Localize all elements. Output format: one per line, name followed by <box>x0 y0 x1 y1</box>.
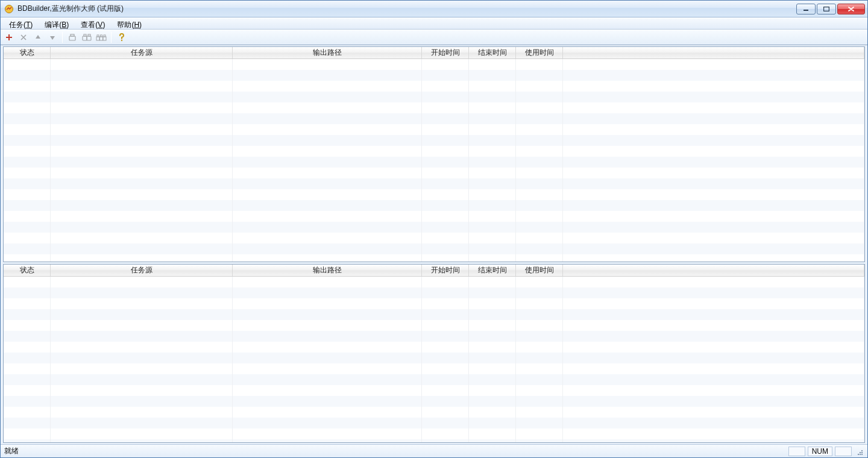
svg-rect-6 <box>87 36 91 40</box>
status-pane-1 <box>788 447 805 456</box>
svg-rect-1 <box>804 10 808 11</box>
build-all-button[interactable] <box>95 31 107 43</box>
build-one-button[interactable] <box>66 31 78 43</box>
table-row <box>4 233 864 243</box>
table-row <box>4 157 864 168</box>
menu-compile[interactable]: 编译(B) <box>39 18 75 29</box>
col-elapsed[interactable]: 使用时间 <box>516 265 563 276</box>
menu-view[interactable]: 查看(V) <box>75 18 111 29</box>
toolbar <box>1 30 867 45</box>
tasks-grid-top: 状态 任务源 输出路径 开始时间 结束时间 使用时间 <box>3 46 865 262</box>
tasks-grid-bottom: 状态 任务源 输出路径 开始时间 结束时间 使用时间 <box>3 264 865 443</box>
svg-rect-21 <box>861 450 863 451</box>
col-spacer <box>563 265 864 276</box>
table-row <box>4 200 864 211</box>
svg-rect-12 <box>97 35 99 37</box>
toolbar-separator <box>111 32 112 43</box>
table-row <box>4 59 864 70</box>
svg-rect-19 <box>858 454 859 455</box>
table-row <box>4 309 864 320</box>
table-row <box>4 418 864 428</box>
table-row <box>4 428 864 439</box>
svg-rect-17 <box>860 454 861 455</box>
table-row <box>4 396 864 407</box>
table-row <box>4 254 864 262</box>
table-row <box>4 277 864 287</box>
table-row <box>4 124 864 135</box>
svg-rect-14 <box>104 35 105 37</box>
table-row <box>4 70 864 81</box>
remove-task-button[interactable] <box>17 31 30 43</box>
table-row <box>4 353 864 363</box>
table-row <box>4 439 864 442</box>
app-icon <box>4 4 14 14</box>
status-pane-3 <box>835 447 852 456</box>
menu-help[interactable]: 帮助(H) <box>111 18 148 29</box>
client-area: 状态 任务源 输出路径 开始时间 结束时间 使用时间 状态 任务源 输出路径 开… <box>1 45 867 444</box>
table-row <box>4 407 864 418</box>
table-row <box>4 385 864 396</box>
close-button[interactable] <box>837 4 865 14</box>
svg-rect-10 <box>100 37 103 40</box>
svg-rect-2 <box>824 7 829 11</box>
table-row <box>4 331 864 342</box>
column-header-row: 状态 任务源 输出路径 开始时间 结束时间 使用时间 <box>4 47 864 59</box>
build-selected-button[interactable] <box>81 31 93 43</box>
about-button[interactable] <box>115 31 127 43</box>
table-row <box>4 211 864 222</box>
table-row <box>4 81 864 92</box>
app-window: BDBuilder,蓝光制作大师 (试用版) 任务(T) 编译(B) 查看(V)… <box>0 0 868 458</box>
move-up-button[interactable] <box>32 31 44 43</box>
col-status[interactable]: 状态 <box>4 265 51 276</box>
col-status[interactable]: 状态 <box>4 47 51 58</box>
col-start[interactable]: 开始时间 <box>422 47 469 58</box>
svg-rect-5 <box>83 36 87 40</box>
table-row <box>4 135 864 146</box>
table-row <box>4 342 864 353</box>
table-row <box>4 113 864 124</box>
svg-rect-13 <box>101 35 102 37</box>
table-row <box>4 146 864 157</box>
col-end[interactable]: 结束时间 <box>469 265 516 276</box>
col-source[interactable]: 任务源 <box>51 47 233 58</box>
col-end[interactable]: 结束时间 <box>469 47 516 58</box>
add-task-button[interactable] <box>3 31 15 43</box>
col-start[interactable]: 开始时间 <box>422 265 469 276</box>
table-row <box>4 168 864 178</box>
svg-rect-4 <box>71 34 74 36</box>
title-bar: BDBuilder,蓝光制作大师 (试用版) <box>1 1 867 17</box>
col-source[interactable]: 任务源 <box>51 265 233 276</box>
move-down-button[interactable] <box>46 31 58 43</box>
svg-point-0 <box>5 5 13 13</box>
col-elapsed[interactable]: 使用时间 <box>516 47 563 58</box>
svg-point-15 <box>121 40 122 41</box>
table-row <box>4 189 864 200</box>
grid-body-bottom[interactable] <box>4 277 864 442</box>
minimize-button[interactable] <box>796 4 816 14</box>
svg-rect-16 <box>861 454 863 455</box>
table-row <box>4 298 864 309</box>
window-title: BDBuilder,蓝光制作大师 (试用版) <box>17 4 124 14</box>
resize-grip-icon[interactable] <box>854 447 864 456</box>
col-output[interactable]: 输出路径 <box>233 265 422 276</box>
maximize-button[interactable] <box>817 4 836 14</box>
col-output[interactable]: 输出路径 <box>233 47 422 58</box>
table-row <box>4 287 864 298</box>
toolbar-separator <box>62 32 63 43</box>
table-row <box>4 374 864 385</box>
table-row <box>4 178 864 189</box>
status-num: NUM <box>808 447 832 456</box>
menu-bar: 任务(T) 编译(B) 查看(V) 帮助(H) <box>1 17 867 30</box>
table-row <box>4 222 864 233</box>
status-bar: 就绪 NUM <box>1 444 867 457</box>
table-row <box>4 92 864 102</box>
column-header-row: 状态 任务源 输出路径 开始时间 结束时间 使用时间 <box>4 265 864 277</box>
svg-rect-9 <box>96 37 99 40</box>
svg-rect-18 <box>861 452 863 453</box>
svg-rect-7 <box>84 34 86 36</box>
table-row <box>4 102 864 113</box>
table-row <box>4 320 864 331</box>
grid-body-top[interactable] <box>4 59 864 262</box>
table-row <box>4 243 864 254</box>
menu-task[interactable]: 任务(T) <box>3 18 39 29</box>
